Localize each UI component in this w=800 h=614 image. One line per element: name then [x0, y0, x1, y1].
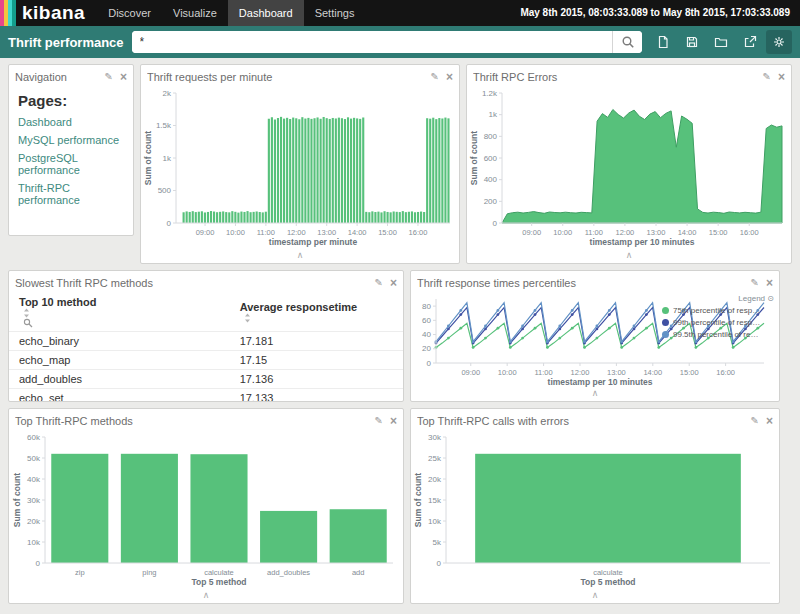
nav-item-dashboard[interactable]: Dashboard: [228, 0, 304, 26]
svg-text:16:00: 16:00: [409, 228, 428, 237]
dashboard-grid: Navigation ✎ × Pages: Dashboard MySQL pe…: [0, 58, 800, 614]
nav-item-visualize[interactable]: Visualize: [162, 0, 228, 26]
new-document-icon: [656, 35, 670, 49]
sort-icon[interactable]: [23, 308, 30, 318]
legend-entry[interactable]: 75th percentile of resp…: [662, 306, 774, 315]
svg-text:16:00: 16:00: [716, 368, 735, 377]
filter-magnifier-icon[interactable]: [23, 318, 33, 328]
panel-top-calls-with-errors: Top Thrift-RPC calls with errors ✎ × cal…: [410, 408, 780, 604]
edit-panel-icon[interactable]: ✎: [751, 416, 759, 426]
edit-panel-icon[interactable]: ✎: [105, 72, 113, 82]
sort-icon[interactable]: [244, 313, 251, 323]
svg-text:14:00: 14:00: [348, 228, 367, 237]
svg-text:14:00: 14:00: [643, 368, 662, 377]
svg-text:Sum of count: Sum of count: [143, 131, 153, 185]
edit-panel-icon[interactable]: ✎: [375, 278, 383, 288]
collapse-panel-button[interactable]: ∧: [411, 589, 779, 603]
remove-panel-icon[interactable]: ×: [390, 415, 397, 427]
time-range-picker[interactable]: May 8th 2015, 08:03:33.089 to May 8th 20…: [520, 0, 800, 26]
svg-text:12:00: 12:00: [571, 368, 590, 377]
nav-item-settings[interactable]: Settings: [304, 0, 366, 26]
table-row[interactable]: echo_map 17.15: [9, 351, 403, 370]
legend-entry[interactable]: 99.5th percentile of re…: [662, 330, 774, 339]
legend-entry[interactable]: 99th percentile of resp…: [662, 318, 774, 327]
pages-heading: Pages:: [18, 92, 124, 109]
top-methods-chart: zippingcalculateadd_doublesadd010k20k30k…: [11, 431, 401, 589]
panel-response-percentiles: Thrift response times percentiles ✎ × 02…: [410, 270, 780, 402]
edit-panel-icon[interactable]: ✎: [431, 72, 439, 82]
load-dashboard-button[interactable]: [708, 30, 734, 54]
column-label: Top 10 method: [19, 296, 96, 308]
svg-text:5k: 5k: [433, 538, 442, 547]
svg-text:10k: 10k: [428, 517, 442, 526]
svg-text:16:00: 16:00: [740, 228, 759, 237]
svg-text:timestamp per 10 minutes: timestamp per 10 minutes: [548, 377, 653, 387]
edit-panel-icon[interactable]: ✎: [375, 416, 383, 426]
svg-text:10:00: 10:00: [498, 368, 517, 377]
column-header-method[interactable]: Top 10 method: [9, 293, 230, 332]
page-link-dashboard[interactable]: Dashboard: [18, 116, 124, 128]
panel-header: Slowest Thrift RPC methods ✎ ×: [9, 271, 403, 293]
panel-header: Top Thrift-RPC methods ✎ ×: [9, 409, 403, 431]
nav-item-discover[interactable]: Discover: [97, 0, 162, 26]
legend-color-dot: [662, 331, 669, 338]
remove-panel-icon[interactable]: ×: [778, 71, 785, 83]
options-button[interactable]: [766, 30, 792, 54]
panel-header: Thrift requests per minute ✎ ×: [141, 65, 459, 87]
legend-toggle-icon[interactable]: ⊙: [767, 294, 774, 303]
remove-panel-icon[interactable]: ×: [120, 71, 127, 83]
svg-text:09:00: 09:00: [522, 228, 541, 237]
query-input[interactable]: [132, 31, 612, 53]
svg-text:09:00: 09:00: [196, 228, 215, 237]
remove-panel-icon[interactable]: ×: [446, 71, 453, 83]
svg-text:25k: 25k: [428, 454, 442, 463]
svg-text:zip: zip: [75, 568, 85, 577]
collapse-panel-button[interactable]: ∧: [9, 589, 403, 603]
legend-header[interactable]: Legend ⊙: [662, 294, 774, 303]
svg-text:add: add: [352, 568, 365, 577]
svg-text:1.5k: 1.5k: [156, 121, 172, 130]
panel-header: Navigation ✎ ×: [9, 65, 133, 87]
kibana-logo[interactable]: kibana: [0, 0, 97, 26]
chart-container: 05001k1.5k2k09:0010:0011:0012:0013:0014:…: [141, 87, 459, 249]
remove-panel-icon[interactable]: ×: [766, 277, 773, 289]
svg-text:15k: 15k: [428, 496, 442, 505]
remove-panel-icon[interactable]: ×: [766, 415, 773, 427]
page-link-postgresql[interactable]: PostgreSQL performance: [18, 152, 124, 176]
dashboard-title: Thrift performance: [8, 35, 124, 50]
new-dashboard-button[interactable]: [650, 30, 676, 54]
remove-panel-icon[interactable]: ×: [390, 277, 397, 289]
svg-text:timestamp per 10 minutes: timestamp per 10 minutes: [590, 237, 695, 247]
responsetime-cell: 17.15: [230, 351, 403, 370]
save-dashboard-button[interactable]: [679, 30, 705, 54]
table-row[interactable]: echo_binary 17.181: [9, 332, 403, 351]
panel-top-methods: Top Thrift-RPC methods ✎ × zippingcalcul…: [8, 408, 404, 604]
search-button[interactable]: [612, 31, 642, 53]
table-row[interactable]: add_doubles 17.136: [9, 370, 403, 389]
collapse-panel-button[interactable]: ∧: [411, 387, 779, 401]
share-dashboard-button[interactable]: [737, 30, 763, 54]
edit-panel-icon[interactable]: ✎: [751, 278, 759, 288]
svg-text:10:00: 10:00: [553, 228, 572, 237]
svg-text:Top 5 method: Top 5 method: [580, 577, 635, 587]
page-link-mysql[interactable]: MySQL performance: [18, 134, 124, 146]
edit-panel-icon[interactable]: ✎: [763, 72, 771, 82]
kibana-logo-stripes: [0, 0, 16, 26]
svg-text:12:00: 12:00: [287, 228, 306, 237]
collapse-panel-button[interactable]: ∧: [467, 249, 791, 263]
table-row[interactable]: echo_set 17.133: [9, 389, 403, 403]
column-header-responsetime[interactable]: Average responsetime: [230, 293, 403, 332]
svg-text:20k: 20k: [428, 475, 442, 484]
svg-text:Top 5 method: Top 5 method: [191, 577, 246, 587]
table-header-row: Top 10 method Average responsetime: [9, 293, 403, 332]
method-cell: echo_set: [9, 389, 230, 403]
collapse-panel-button[interactable]: ∧: [141, 249, 459, 263]
responsetime-cell: 17.133: [230, 389, 403, 403]
page-link-thrift-rpc[interactable]: Thrift-RPC performance: [18, 182, 124, 206]
chart-container: calculate05k10k15k20k25k30kTop 5 methodS…: [411, 431, 779, 589]
search-icon: [621, 35, 635, 49]
search-bar: [132, 31, 642, 53]
toolbar-actions: [650, 30, 792, 54]
panel-title: Navigation: [15, 71, 98, 83]
svg-text:15:00: 15:00: [709, 228, 728, 237]
